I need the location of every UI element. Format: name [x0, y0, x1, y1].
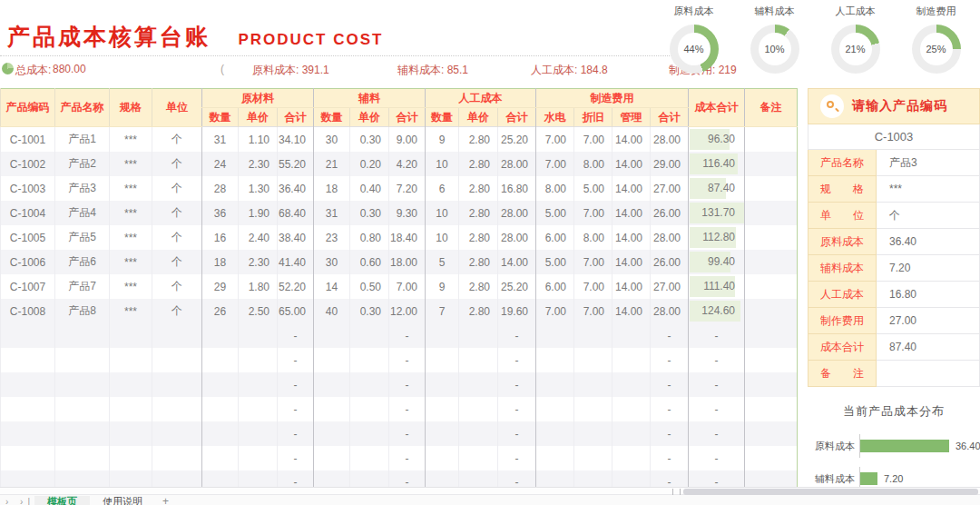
cell[interactable]: 2.80 [459, 225, 498, 250]
add-sheet-button[interactable]: + [155, 495, 176, 505]
cell[interactable]: 2.80 [459, 201, 498, 225]
cell[interactable] [426, 348, 459, 372]
cell[interactable] [152, 446, 202, 470]
cell[interactable] [536, 372, 574, 397]
cell[interactable]: 5 [426, 250, 459, 274]
cell[interactable] [612, 348, 651, 372]
cell[interactable] [1, 421, 55, 446]
cell[interactable]: 31 [314, 201, 350, 225]
cell[interactable]: 2.80 [459, 127, 498, 153]
cell[interactable]: 18 [314, 176, 350, 201]
group-header[interactable]: 辅料 [314, 89, 426, 108]
cell[interactable]: 8.00 [574, 152, 612, 176]
cell[interactable] [426, 323, 459, 348]
cell[interactable]: - [498, 446, 536, 470]
cell[interactable]: 7.00 [574, 274, 612, 299]
cell[interactable] [536, 421, 574, 446]
cell[interactable]: 26 [202, 299, 239, 323]
group-header[interactable]: 原材料 [202, 89, 314, 108]
cell[interactable]: 1.80 [239, 274, 278, 299]
total-cell[interactable]: 99.40 [689, 250, 745, 274]
cell[interactable]: 8.00 [574, 225, 612, 250]
cell[interactable] [55, 397, 110, 421]
note-cell[interactable] [745, 225, 798, 250]
cell[interactable]: 1.10 [239, 127, 278, 153]
cell[interactable]: 6 [426, 176, 459, 201]
cell[interactable]: 产品2 [55, 152, 110, 176]
cell[interactable]: 28 [202, 176, 239, 201]
cell[interactable] [314, 421, 350, 446]
cell[interactable]: 31 [202, 127, 239, 153]
cell[interactable]: - [389, 372, 426, 397]
cell[interactable] [459, 421, 498, 446]
column-header[interactable]: 数量 [426, 108, 459, 127]
cell[interactable]: - [498, 421, 536, 446]
cell[interactable]: 0.30 [350, 201, 389, 225]
cell[interactable]: 25.20 [498, 274, 536, 299]
cell[interactable]: *** [110, 299, 152, 323]
total-cell[interactable]: - [689, 372, 745, 397]
cell[interactable] [612, 372, 651, 397]
cell[interactable] [239, 397, 278, 421]
cell[interactable]: 14 [314, 274, 350, 299]
cell[interactable]: C-1002 [1, 152, 55, 176]
cell[interactable]: 个 [152, 274, 202, 299]
cell[interactable] [110, 421, 152, 446]
column-header[interactable]: 产品名称 [55, 89, 110, 127]
cell[interactable]: C-1004 [1, 201, 55, 225]
cell[interactable]: C-1001 [1, 127, 55, 153]
cell[interactable] [239, 372, 278, 397]
cell[interactable]: - [278, 421, 314, 446]
cell[interactable]: 2.80 [459, 274, 498, 299]
cell[interactable] [55, 323, 110, 348]
cell[interactable] [239, 348, 278, 372]
cell[interactable]: 个 [152, 201, 202, 225]
cell[interactable]: - [651, 348, 689, 372]
cell[interactable]: 7.00 [536, 299, 574, 323]
cell[interactable]: C-1007 [1, 274, 55, 299]
column-header[interactable]: 折旧 [574, 108, 612, 127]
total-cell[interactable]: - [689, 323, 745, 348]
cell[interactable] [1, 372, 55, 397]
column-header[interactable]: 单位 [152, 89, 202, 127]
cell[interactable]: 18.00 [389, 250, 426, 274]
group-header[interactable]: 制造费用 [536, 89, 689, 108]
cell[interactable] [574, 397, 612, 421]
cell[interactable]: 个 [152, 127, 202, 153]
cell[interactable] [536, 397, 574, 421]
cell[interactable]: 27.00 [651, 176, 689, 201]
column-header[interactable]: 合计 [498, 108, 536, 127]
cell[interactable] [536, 446, 574, 470]
cell[interactable]: 14.00 [612, 299, 651, 323]
note-cell[interactable] [745, 421, 798, 446]
cell[interactable]: 0.60 [350, 250, 389, 274]
cell[interactable] [314, 323, 350, 348]
column-header[interactable]: 备注 [745, 89, 798, 127]
cell[interactable] [426, 446, 459, 470]
cell[interactable]: *** [110, 225, 152, 250]
cell[interactable] [612, 421, 651, 446]
cell[interactable]: 12.00 [389, 299, 426, 323]
cell[interactable]: 个 [152, 176, 202, 201]
note-cell[interactable] [745, 299, 798, 323]
cell[interactable]: 40 [314, 299, 350, 323]
cell[interactable] [110, 348, 152, 372]
cell[interactable]: 14.00 [612, 274, 651, 299]
cell[interactable] [536, 323, 574, 348]
cell[interactable]: - [389, 397, 426, 421]
column-header[interactable]: 规格 [110, 89, 152, 127]
cell[interactable]: 28.00 [651, 299, 689, 323]
total-cell[interactable]: - [689, 421, 745, 446]
cell[interactable] [314, 372, 350, 397]
cell[interactable] [110, 372, 152, 397]
column-header[interactable]: 单价 [350, 108, 389, 127]
cell[interactable]: 产品1 [55, 127, 110, 153]
cell[interactable]: *** [110, 127, 152, 153]
cell[interactable]: *** [110, 176, 152, 201]
cell[interactable]: 7.20 [389, 176, 426, 201]
column-header[interactable]: 水电 [536, 108, 574, 127]
cell[interactable]: 产品8 [55, 299, 110, 323]
cell[interactable] [1, 323, 55, 348]
column-header[interactable]: 数量 [202, 108, 239, 127]
cell[interactable]: - [278, 397, 314, 421]
